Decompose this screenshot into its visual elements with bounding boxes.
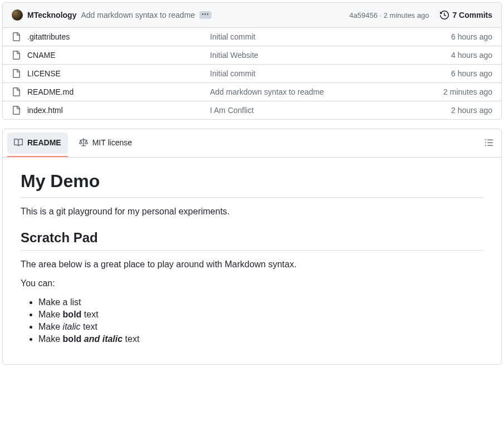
commit-author[interactable]: MTecknology <box>27 11 76 19</box>
commits-count-link[interactable]: 7 Commits <box>440 11 492 19</box>
file-time: 6 hours ago <box>451 69 492 78</box>
file-icon <box>12 87 21 96</box>
file-commit-message[interactable]: I Am Conflict <box>210 106 442 115</box>
table-row: README.md Add markdown syntax to readme … <box>3 83 501 101</box>
list-icon <box>485 138 493 147</box>
file-time: 2 minutes ago <box>443 87 492 96</box>
book-icon <box>14 138 23 147</box>
readme-h2: Scratch Pad <box>21 230 483 251</box>
latest-commit-message[interactable]: Add markdown syntax to readme <box>81 11 195 19</box>
readme-paragraph: You can: <box>21 278 483 288</box>
file-commit-message[interactable]: Initial Website <box>210 51 442 60</box>
commit-sha[interactable]: 4a59456 <box>349 11 378 19</box>
file-icon <box>12 32 21 41</box>
file-icon <box>12 106 21 115</box>
file-link[interactable]: LICENSE <box>27 69 61 78</box>
file-time: 4 hours ago <box>451 51 492 60</box>
avatar[interactable] <box>12 9 23 21</box>
file-listing-box: MTecknology Add markdown syntax to readm… <box>2 2 502 120</box>
readme-paragraph: This is a git playground for my personal… <box>21 207 483 217</box>
file-link[interactable]: index.html <box>27 106 63 115</box>
file-time: 2 hours ago <box>451 106 492 115</box>
list-item: Make italic text <box>38 322 483 332</box>
commit-meta[interactable]: 4a59456 · 2 minutes ago <box>349 11 429 19</box>
table-row: index.html I Am Conflict 2 hours ago <box>3 101 501 119</box>
list-item: Make bold and italic text <box>38 334 483 344</box>
tab-readme-label: README <box>27 138 61 147</box>
readme-tabs: README MIT license <box>3 129 501 158</box>
file-commit-message[interactable]: Initial commit <box>210 32 442 41</box>
readme-box: README MIT license My Demo This is a git… <box>2 129 502 365</box>
table-row: .gitattributes Initial commit 6 hours ag… <box>3 28 501 46</box>
tab-readme[interactable]: README <box>7 133 68 154</box>
scale-icon <box>79 138 88 147</box>
commit-time: 2 minutes ago <box>384 11 429 19</box>
file-commit-message[interactable]: Add markdown syntax to readme <box>210 87 434 96</box>
list-item: Make a list <box>38 297 483 307</box>
file-icon <box>12 51 21 60</box>
file-commit-message[interactable]: Initial commit <box>210 69 442 78</box>
history-icon <box>440 11 449 19</box>
table-row: LICENSE Initial commit 6 hours ago <box>3 65 501 83</box>
list-item: Make bold text <box>38 310 483 320</box>
outline-button[interactable] <box>481 135 497 152</box>
readme-paragraph: The area below is a great place to play … <box>21 260 483 270</box>
tab-license-label: MIT license <box>92 138 132 147</box>
readme-list: Make a list Make bold text Make italic t… <box>21 297 483 344</box>
commits-count-label: 7 Commits <box>452 11 492 19</box>
readme-content: My Demo This is a git playground for my … <box>3 158 501 364</box>
commit-ellipsis-button[interactable]: ••• <box>199 11 212 19</box>
latest-commit-header: MTecknology Add markdown syntax to readm… <box>3 3 501 28</box>
file-link[interactable]: CNAME <box>27 51 56 60</box>
file-link[interactable]: .gitattributes <box>27 32 70 41</box>
file-link[interactable]: README.md <box>27 87 74 96</box>
file-icon <box>12 69 21 78</box>
tab-license[interactable]: MIT license <box>72 133 139 154</box>
table-row: CNAME Initial Website 4 hours ago <box>3 46 501 65</box>
readme-h1: My Demo <box>21 171 483 198</box>
file-time: 6 hours ago <box>451 32 492 41</box>
